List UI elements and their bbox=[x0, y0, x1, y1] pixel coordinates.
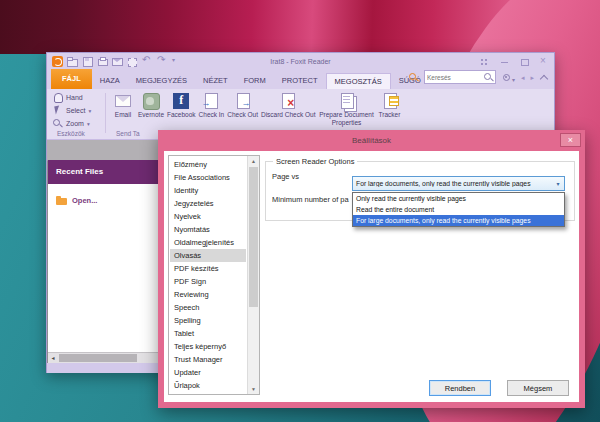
category-item[interactable]: Updater bbox=[170, 366, 246, 379]
print-icon[interactable] bbox=[97, 56, 108, 67]
category-item[interactable]: Nyelvek bbox=[170, 210, 246, 223]
discard-check-out-icon bbox=[279, 92, 297, 110]
foxit-logo-icon[interactable] bbox=[52, 56, 63, 67]
gear-icon bbox=[502, 73, 511, 82]
category-item[interactable]: PDF Sign bbox=[170, 275, 246, 288]
category-item[interactable]: Teljes képernyő bbox=[170, 340, 246, 353]
nav-back-icon[interactable]: ◂ bbox=[521, 74, 525, 81]
category-item[interactable]: File Associations bbox=[170, 171, 246, 184]
scroll-down-icon[interactable]: ▼ bbox=[248, 384, 259, 394]
tools-group-label: Eszközök bbox=[57, 130, 85, 137]
hand-icon bbox=[53, 92, 63, 103]
ribbon-button[interactable]: Discard Check Out bbox=[261, 91, 316, 119]
ribbon-tool[interactable]: Select ▾ bbox=[53, 105, 91, 116]
combobox-value: For large documents, only read the curre… bbox=[353, 180, 552, 187]
collapse-ribbon-icon[interactable] bbox=[540, 73, 548, 81]
mail-icon[interactable] bbox=[112, 56, 123, 67]
search-input[interactable] bbox=[427, 74, 482, 81]
chevron-down-icon: ▾ bbox=[552, 180, 564, 187]
window-titlebar[interactable]: Irat8 - Foxit Reader bbox=[47, 53, 554, 69]
ribbon-button[interactable]: Tracker bbox=[378, 91, 402, 119]
category-scrollbar[interactable]: ▲ ▼ bbox=[247, 156, 259, 394]
snapshot-icon[interactable] bbox=[127, 56, 138, 67]
ribbon-button[interactable]: Evernote bbox=[138, 91, 164, 119]
dialog-close-button[interactable]: × bbox=[560, 133, 581, 147]
cancel-button[interactable]: Mégsem bbox=[507, 380, 569, 396]
category-item[interactable]: Spelling bbox=[170, 314, 246, 327]
category-item[interactable]: Trust Manager bbox=[170, 353, 246, 366]
category-item[interactable]: Nyomtatás bbox=[170, 223, 246, 236]
dropdown-option[interactable]: Read the entire document bbox=[353, 204, 564, 215]
close-icon[interactable] bbox=[540, 57, 549, 66]
page-read-combobox[interactable]: For large documents, only read the curre… bbox=[352, 176, 565, 191]
evernote-icon bbox=[142, 92, 160, 110]
category-item[interactable]: Reviewing bbox=[170, 288, 246, 301]
undo-icon[interactable] bbox=[142, 56, 153, 67]
min-pages-label: Minimum number of pa bbox=[272, 195, 352, 204]
category-item[interactable]: Jegyzetelés bbox=[170, 197, 246, 210]
category-item[interactable]: Tablet bbox=[170, 327, 246, 340]
redo-icon[interactable] bbox=[157, 56, 168, 67]
category-item[interactable]: PDF készítés bbox=[170, 262, 246, 275]
ribbon-tool[interactable]: Zoom ▾ bbox=[53, 118, 91, 129]
ribbon-tab[interactable]: FORM bbox=[236, 72, 274, 90]
settings-dialog: Beállítások × ElőzményFile AssociationsI… bbox=[158, 130, 585, 408]
search-submit-icon[interactable] bbox=[484, 73, 493, 82]
ribbon-button[interactable]: Facebook bbox=[167, 91, 196, 119]
scrollbar-thumb[interactable] bbox=[59, 354, 137, 362]
dropdown-option[interactable]: Only read the currently visible pages bbox=[353, 193, 564, 204]
group-title: Screen Reader Options bbox=[273, 157, 357, 166]
quick-access-toolbar bbox=[52, 56, 179, 67]
tracker-icon bbox=[381, 92, 399, 110]
zoom-icon bbox=[53, 118, 63, 129]
settings-menu-button[interactable] bbox=[502, 68, 515, 86]
open-folder-icon[interactable] bbox=[67, 56, 78, 67]
nav-forward-icon[interactable]: ▸ bbox=[530, 74, 534, 81]
scroll-left-icon[interactable]: ◂ bbox=[48, 353, 58, 363]
ribbon-button[interactable]: Prepare Document Properties bbox=[319, 91, 375, 127]
combobox-dropdown: Only read the currently visible pagesRea… bbox=[352, 192, 565, 227]
scrollbar-thumb[interactable] bbox=[249, 167, 258, 307]
category-item[interactable]: Speech bbox=[170, 301, 246, 314]
ribbon-tab-bar: FÁJLHAZAMEGJEGYZÉSNÉZETFORMPROTECTMEGOSZ… bbox=[47, 69, 554, 89]
scroll-up-icon[interactable]: ▲ bbox=[248, 156, 259, 166]
ribbon-tab[interactable]: NÉZET bbox=[195, 72, 236, 90]
save-icon[interactable] bbox=[82, 56, 93, 67]
horizontal-scrollbar[interactable]: ◂ bbox=[48, 352, 160, 363]
category-item[interactable]: Űrlapok bbox=[170, 379, 246, 392]
open-file-item[interactable]: Open... bbox=[56, 196, 97, 205]
folder-open-icon bbox=[56, 196, 68, 205]
recent-files-header: Recent Files bbox=[48, 160, 160, 184]
search-box bbox=[424, 70, 496, 84]
dialog-titlebar[interactable]: Beállítások × bbox=[158, 130, 585, 151]
dropdown-caret-icon: ▾ bbox=[88, 108, 91, 114]
send-group-label: Send Ta bbox=[116, 130, 140, 137]
ok-button[interactable]: Rendben bbox=[429, 380, 491, 396]
group-divider bbox=[105, 93, 106, 133]
maximize-icon[interactable] bbox=[520, 57, 529, 66]
minimize-icon[interactable] bbox=[500, 57, 509, 66]
ribbon-tab[interactable]: HAZA bbox=[92, 72, 128, 90]
ribbon-button[interactable]: Email bbox=[111, 91, 135, 119]
ribbon-tool[interactable]: Hand ▾ bbox=[53, 92, 91, 103]
check-in-icon bbox=[202, 92, 220, 110]
search-cluster: ◂ ▸ bbox=[409, 68, 548, 86]
check-out-icon bbox=[234, 92, 252, 110]
ribbon-tab[interactable]: PROTECT bbox=[274, 72, 326, 90]
ribbon-tab[interactable]: MEGJEGYZÉS bbox=[128, 72, 195, 90]
category-item[interactable]: Oldalmegjelenítés bbox=[170, 236, 246, 249]
ribbon-tab[interactable]: FÁJL bbox=[51, 69, 92, 89]
category-item[interactable]: Előzmény bbox=[170, 158, 246, 171]
ribbon-button[interactable]: Check Out bbox=[227, 91, 258, 119]
dialog-body: ElőzményFile AssociationsIdentityJegyzet… bbox=[164, 151, 579, 402]
customize-toolbar-icon[interactable] bbox=[172, 56, 179, 67]
ribbon-tab[interactable]: MEGOSZTÁS bbox=[326, 73, 391, 90]
page-vs-label: Page vs bbox=[272, 172, 299, 181]
layout-grid-icon[interactable] bbox=[480, 57, 489, 66]
category-item[interactable]: Olvasás bbox=[170, 249, 246, 262]
category-item[interactable]: Identity bbox=[170, 184, 246, 197]
dropdown-option[interactable]: For large documents, only read the curre… bbox=[353, 215, 564, 226]
search-icon bbox=[409, 73, 418, 82]
recent-files-body: Open... bbox=[48, 184, 160, 352]
ribbon-button[interactable]: Check In bbox=[199, 91, 225, 119]
